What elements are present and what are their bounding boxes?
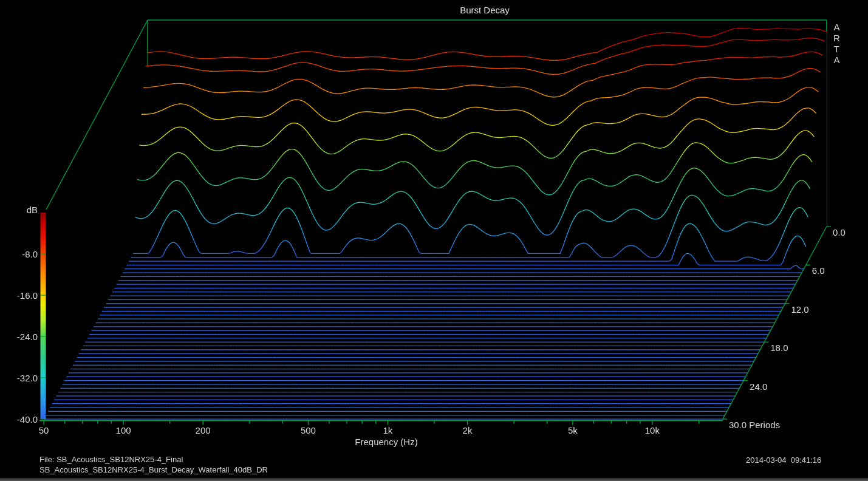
period-tick-label: 30.0 Periods [729,420,780,430]
arta-letter: T [834,44,839,55]
footer-file-name: File: SB_Acoustics_SB12NRX25-4_Final [39,455,183,464]
period-tick-label: 24.0 [750,381,767,392]
period-tick-label: 6.0 [812,265,825,276]
arta-burst-decay-window: Burst Decay A R T A dB 0.06.012.018.024.… [0,0,868,481]
chart-title: Burst Decay [460,5,510,15]
period-tick-label: 0.0 [833,227,846,237]
x-tick-label: 10k [645,425,660,435]
footer-datetime: 2014-03-04 09:41:16 [746,455,821,465]
waterfall-chart-canvas [0,0,868,481]
x-tick-label: 200 [196,425,211,435]
period-tick-label: 18.0 [770,343,788,353]
period-tick-label: 12.0 [791,304,808,315]
x-tick-label: 500 [301,425,316,435]
footer-measurement-name: SB_Acoustics_SB12NRX25-4_Burst_Decay_Wat… [39,465,268,474]
x-tick-label: 5k [568,425,578,435]
x-tick-label: 100 [116,425,131,435]
db-tick-label: -32.0 [17,373,38,383]
db-tick-label: -24.0 [17,332,38,342]
db-tick-label: -40.0 [17,414,38,425]
arta-watermark: A R T A [833,22,840,66]
x-tick-label: 2k [463,425,473,435]
x-tick-label: 50 [39,425,49,435]
db-tick-label: -16.0 [17,290,38,301]
arta-letter: A [833,22,839,33]
db-axis-unit-label: dB [27,205,38,215]
arta-letter: R [833,33,840,44]
db-tick-label: -8.0 [22,249,38,259]
x-axis-title: Frequency (Hz) [355,437,417,447]
x-tick-label: 1k [383,425,393,435]
bottom-edge-strip [0,478,868,481]
arta-letter: A [833,55,839,66]
